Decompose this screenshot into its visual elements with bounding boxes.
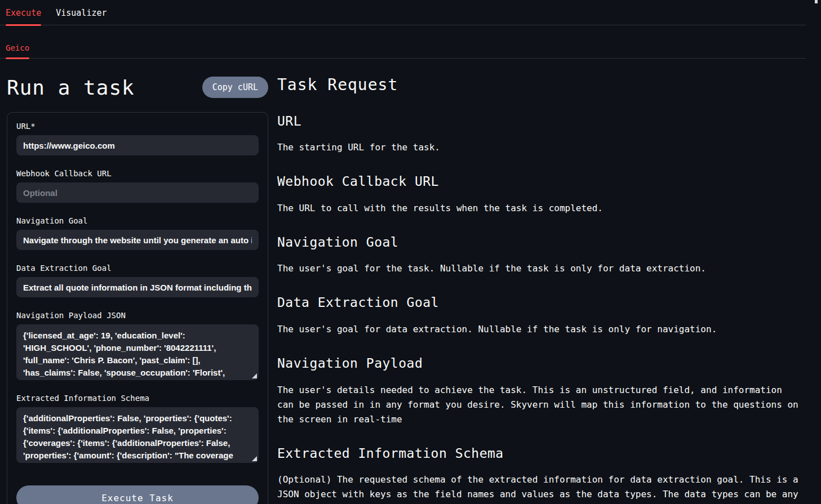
url-field-group: URL* — [16, 122, 259, 155]
doc-body: The user's details needed to achieve the… — [277, 383, 804, 427]
navigation-goal-input[interactable] — [16, 230, 259, 250]
doc-section-url: URL The starting URL for the task. — [277, 114, 804, 155]
doc-heading: Webhook Callback URL — [277, 174, 804, 190]
scrollbar-artifact — [815, 0, 818, 3]
doc-section-data-extraction-goal: Data Extraction Goal The user's goal for… — [277, 295, 804, 337]
doc-body: The user's goal for data extraction. Nul… — [277, 322, 804, 337]
run-task-panel: Run a task Copy cURL URL* Webhook Callba… — [0, 75, 268, 504]
doc-body: The user's goal for the task. Nullable i… — [277, 261, 804, 276]
doc-body: The URL to call with the results when th… — [277, 201, 804, 216]
tab-visualizer[interactable]: Visualizer — [56, 8, 106, 25]
webhook-field-group: Webhook Callback URL — [16, 169, 259, 203]
doc-heading: Navigation Payload — [277, 356, 804, 372]
extracted-schema-label: Extracted Information Schema — [16, 394, 259, 403]
task-request-docs: Task Request URL The starting URL for th… — [268, 75, 804, 504]
url-input[interactable] — [16, 135, 259, 155]
resize-handle-icon[interactable] — [252, 456, 257, 461]
navigation-payload-label: Navigation Payload JSON — [16, 311, 259, 320]
doc-heading: Data Extraction Goal — [277, 295, 804, 311]
doc-heading: Navigation Goal — [277, 235, 804, 251]
url-label: URL* — [16, 122, 259, 131]
extracted-schema-textarea[interactable]: {'additionalProperties': False, 'propert… — [16, 407, 259, 463]
tab-geico[interactable]: Geico — [6, 43, 29, 58]
doc-section-navigation-payload: Navigation Payload The user's details ne… — [277, 356, 804, 427]
copy-curl-button[interactable]: Copy cURL — [202, 77, 268, 98]
data-extraction-goal-field-group: Data Extraction Goal — [16, 264, 259, 297]
doc-section-webhook: Webhook Callback URL The URL to call wit… — [277, 174, 804, 216]
doc-section-extracted-schema: Extracted Information Schema (Optional) … — [277, 446, 804, 504]
data-extraction-goal-label: Data Extraction Goal — [16, 264, 259, 273]
navigation-payload-field-group: Navigation Payload JSON {'licensed_at_ag… — [16, 311, 259, 380]
navigation-goal-field-group: Navigation Goal — [16, 216, 259, 250]
sub-tabbar: Geico — [0, 25, 806, 59]
webhook-input[interactable] — [16, 182, 259, 203]
main-content: Run a task Copy cURL URL* Webhook Callba… — [0, 59, 821, 504]
doc-body: The starting URL for the task. — [277, 140, 804, 155]
execute-task-button[interactable]: Execute Task — [16, 485, 259, 504]
task-form-card: URL* Webhook Callback URL Navigation Goa… — [7, 112, 268, 504]
docs-title: Task Request — [277, 75, 804, 95]
doc-body: (Optional) The requested schema of the e… — [277, 472, 804, 504]
navigation-goal-label: Navigation Goal — [16, 216, 259, 225]
resize-handle-icon[interactable] — [252, 373, 257, 378]
tab-execute[interactable]: Execute — [6, 8, 41, 25]
doc-heading: URL — [277, 114, 804, 130]
doc-heading: Extracted Information Schema — [277, 446, 804, 462]
webhook-label: Webhook Callback URL — [16, 169, 259, 178]
page-title: Run a task — [7, 75, 135, 100]
doc-section-navigation-goal: Navigation Goal The user's goal for the … — [277, 235, 804, 276]
main-tabbar: Execute Visualizer — [0, 0, 806, 25]
navigation-payload-textarea[interactable]: {'licensed_at_age': 19, 'education_level… — [16, 324, 259, 380]
extracted-schema-field-group: Extracted Information Schema {'additiona… — [16, 394, 259, 463]
data-extraction-goal-input[interactable] — [16, 277, 259, 297]
